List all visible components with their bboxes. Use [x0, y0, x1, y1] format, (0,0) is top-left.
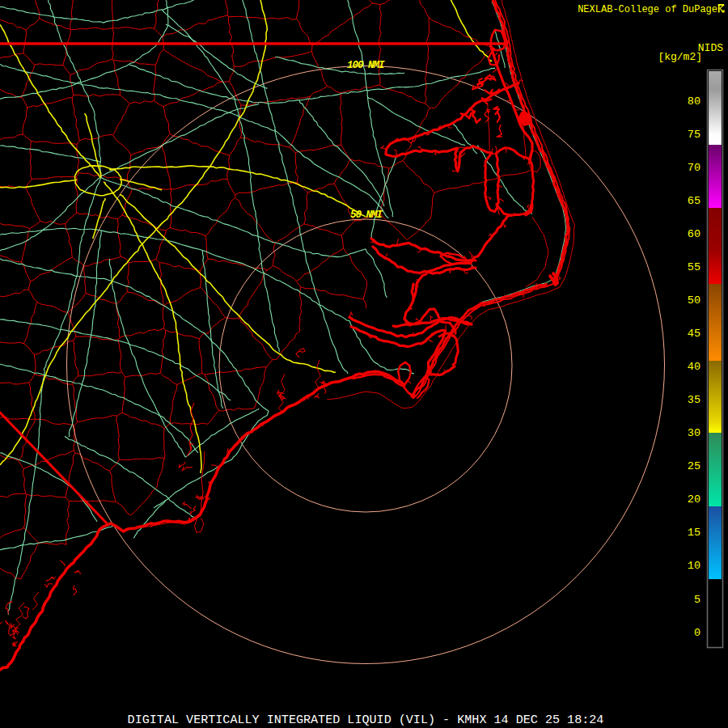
svg-text:50 NMI: 50 NMI — [350, 210, 383, 221]
svg-text:60: 60 — [688, 228, 700, 240]
svg-text:65: 65 — [688, 195, 700, 207]
svg-text:[kg/m2]: [kg/m2] — [658, 51, 702, 63]
svg-text:30: 30 — [688, 427, 700, 439]
svg-text:100 NMI: 100 NMI — [347, 60, 385, 71]
svg-text:5: 5 — [694, 594, 700, 606]
svg-text:75: 75 — [688, 129, 700, 141]
svg-text:20: 20 — [688, 493, 700, 506]
svg-text:15: 15 — [688, 527, 700, 539]
svg-text:NEXLAB-College of DuPage: NEXLAB-College of DuPage — [578, 4, 717, 15]
svg-text:80: 80 — [688, 95, 700, 108]
svg-text:55: 55 — [688, 261, 700, 273]
svg-text:10: 10 — [688, 560, 700, 572]
svg-text:0: 0 — [694, 627, 700, 639]
svg-text:40: 40 — [688, 361, 700, 373]
svg-text:35: 35 — [688, 394, 700, 406]
svg-text:50: 50 — [688, 294, 700, 307]
svg-text:45: 45 — [688, 328, 700, 340]
svg-text:25: 25 — [688, 460, 700, 472]
svg-text:70: 70 — [688, 162, 700, 174]
svg-text:DIGITAL VERTICALLY INTEGRATED: DIGITAL VERTICALLY INTEGRATED LIQUID (VI… — [128, 713, 604, 727]
